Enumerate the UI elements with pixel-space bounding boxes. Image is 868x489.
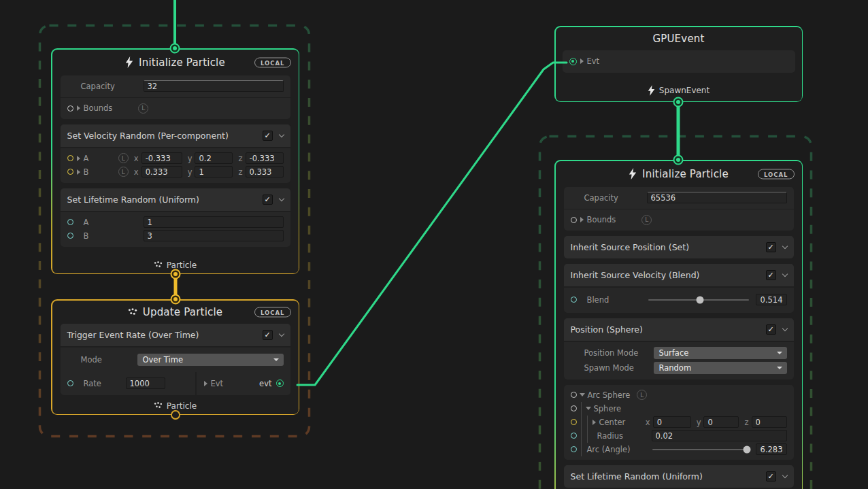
expand-triangle-icon[interactable]: [77, 156, 80, 161]
z-field[interactable]: [246, 166, 284, 178]
arc-angle-row: Arc (Angle): [564, 443, 794, 456]
mode-dropdown[interactable]: Over Time: [137, 354, 284, 366]
collapse-triangle-icon[interactable]: [580, 393, 585, 397]
expand-triangle-icon[interactable]: [580, 217, 584, 222]
arc-sphere-port[interactable]: [571, 392, 577, 398]
axis-y-label: y: [188, 167, 193, 177]
arc-angle-slider[interactable]: [652, 449, 749, 450]
block-set-lifetime-random[interactable]: Set Lifetime Random (Uniform) ✓ A B: [61, 188, 290, 247]
b-field[interactable]: [144, 230, 284, 241]
block-trigger-event-rate[interactable]: Trigger Event Rate (Over Time) ✓ Mode Ov…: [61, 324, 290, 395]
node-header[interactable]: Initialize Particle LOCAL: [52, 50, 299, 75]
blend-value-field[interactable]: [756, 294, 787, 305]
block-position-sphere[interactable]: Position (Sphere) ✓ Position Mode Surfac…: [564, 318, 794, 380]
chevron-down-icon[interactable]: [782, 243, 787, 248]
capacity-field[interactable]: [647, 192, 787, 203]
edge-evt-to-gpuevent[interactable]: [297, 63, 567, 385]
z-field[interactable]: [246, 152, 284, 164]
a-field[interactable]: [144, 216, 284, 228]
x-field[interactable]: [653, 416, 691, 428]
float-port[interactable]: [571, 446, 577, 452]
vector-port[interactable]: [571, 419, 577, 425]
evt-output-port[interactable]: [276, 380, 284, 387]
block-enabled-checkbox[interactable]: ✓: [263, 195, 273, 205]
vector-port[interactable]: [67, 155, 73, 161]
node-initialize-particle-left[interactable]: Initialize Particle LOCAL Capacity Bound…: [51, 48, 299, 274]
node-header[interactable]: Update Particle LOCAL: [52, 301, 299, 324]
position-mode-dropdown[interactable]: Surface: [654, 347, 787, 359]
expand-triangle-icon[interactable]: [204, 381, 207, 386]
bounds-port[interactable]: [67, 105, 73, 112]
block-enabled-checkbox[interactable]: ✓: [766, 324, 776, 335]
local-space-icon[interactable]: L: [641, 215, 652, 225]
x-field[interactable]: [141, 166, 182, 178]
float-port[interactable]: [67, 233, 73, 239]
vfx-graph-canvas[interactable]: Initialize Particle LOCAL Capacity Bound…: [0, 0, 868, 489]
slider-knob[interactable]: [696, 296, 703, 303]
x-field[interactable]: [141, 152, 182, 164]
block-arc-sphere-properties[interactable]: Arc Sphere L Sphere Center: [564, 385, 794, 460]
lightning-icon: [125, 56, 133, 68]
slider-knob[interactable]: [743, 445, 750, 453]
spawn-event-label: SpawnEvent: [556, 85, 802, 96]
float-port[interactable]: [67, 219, 73, 225]
block-inherit-source-position[interactable]: Inherit Source Position (Set) ✓: [564, 236, 794, 258]
sphere-port[interactable]: [571, 405, 577, 411]
block-title: Set Velocity Random (Per-component): [67, 131, 229, 141]
expand-triangle-icon[interactable]: [77, 169, 80, 175]
rate-field[interactable]: [126, 377, 165, 389]
node-gpu-event[interactable]: GPUEvent Evt SpawnEvent: [554, 26, 803, 102]
expand-triangle-icon[interactable]: [77, 105, 80, 111]
arc-angle-value-field[interactable]: [756, 443, 787, 455]
node-update-particle[interactable]: Update Particle LOCAL Trigger Event Rate…: [51, 299, 299, 415]
node-initialize-particle-right[interactable]: Initialize Particle LOCAL Capacity Bound…: [554, 160, 803, 489]
block-enabled-checkbox[interactable]: ✓: [263, 330, 273, 340]
axis-z-label: z: [238, 154, 242, 163]
radius-field[interactable]: [652, 430, 787, 441]
local-space-icon[interactable]: L: [118, 153, 129, 163]
y-field[interactable]: [195, 166, 233, 178]
chevron-down-icon[interactable]: [278, 195, 284, 201]
float-port[interactable]: [67, 380, 73, 386]
indent-guide: [581, 429, 582, 443]
chevron-down-icon[interactable]: [278, 131, 284, 137]
node-header[interactable]: Initialize Particle LOCAL: [556, 161, 802, 187]
block-set-lifetime-random[interactable]: Set Lifetime Random (Uniform) ✓: [564, 465, 794, 488]
rate-label: Rate: [84, 379, 126, 388]
capacity-field[interactable]: [144, 80, 284, 92]
y-field[interactable]: [703, 416, 739, 428]
chevron-down-icon[interactable]: [782, 271, 787, 276]
block-enabled-checkbox[interactable]: ✓: [766, 471, 776, 482]
z-field[interactable]: [752, 416, 787, 428]
indent-guide: [587, 416, 588, 429]
chevron-down-icon[interactable]: [278, 331, 284, 336]
node-header[interactable]: GPUEvent: [556, 27, 802, 50]
local-space-icon[interactable]: L: [637, 390, 647, 400]
lifetime-row-a: A: [61, 216, 290, 229]
chevron-down-icon[interactable]: [782, 472, 787, 477]
chevron-down-icon[interactable]: [782, 325, 787, 331]
float-port[interactable]: [571, 433, 577, 439]
local-space-icon[interactable]: L: [118, 167, 129, 177]
bounds-port[interactable]: [571, 217, 577, 223]
expand-triangle-icon[interactable]: [580, 58, 584, 64]
evt-port-label: evt: [259, 379, 271, 388]
block-title: Trigger Event Rate (Over Time): [67, 330, 199, 340]
float-port[interactable]: [571, 297, 577, 303]
expand-triangle-icon[interactable]: [592, 420, 596, 425]
block-inherit-source-velocity[interactable]: Inherit Source Velocity (Blend) ✓ Blend: [564, 264, 794, 313]
rate-evt-row: Rate Evt evt: [61, 372, 290, 395]
collapse-triangle-icon[interactable]: [586, 407, 591, 410]
blend-slider[interactable]: [648, 299, 749, 301]
spawn-mode-dropdown[interactable]: Random: [654, 362, 787, 374]
block-enabled-checkbox[interactable]: ✓: [766, 242, 776, 252]
velocity-row-a: A L x y z: [61, 152, 290, 165]
block-enabled-checkbox[interactable]: ✓: [766, 270, 776, 280]
bounds-row: Bounds L: [564, 209, 794, 231]
block-enabled-checkbox[interactable]: ✓: [263, 131, 273, 141]
evt-input-port[interactable]: [569, 58, 577, 65]
block-set-velocity-random[interactable]: Set Velocity Random (Per-component) ✓ A …: [61, 124, 290, 183]
vector-port[interactable]: [67, 169, 73, 175]
y-field[interactable]: [195, 152, 233, 164]
local-space-icon[interactable]: L: [138, 103, 148, 114]
